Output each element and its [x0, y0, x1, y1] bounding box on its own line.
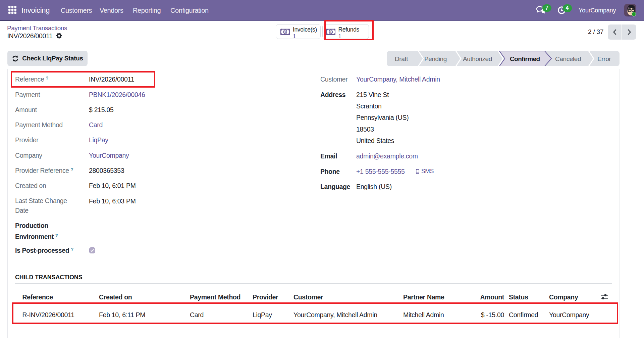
- svg-text:Draft: Draft: [395, 55, 408, 62]
- svg-text:Confirmed: Confirmed: [510, 55, 540, 62]
- svg-text:Pending: Pending: [424, 55, 447, 62]
- svg-text:1: 1: [284, 30, 286, 34]
- svg-text:Error: Error: [597, 55, 611, 62]
- svg-text:Canceled: Canceled: [555, 55, 581, 62]
- svg-text:Authorized: Authorized: [463, 55, 492, 62]
